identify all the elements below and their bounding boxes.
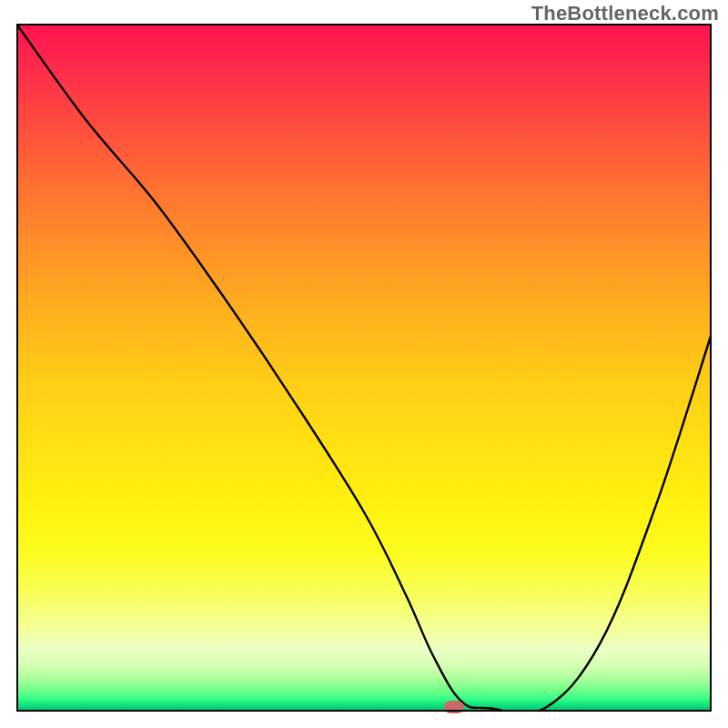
bottleneck-curve: [16, 24, 712, 712]
optimum-marker: [444, 701, 464, 713]
plot-area: [16, 24, 712, 712]
watermark-text: TheBottleneck.com: [531, 2, 719, 25]
chart-stage: TheBottleneck.com: [0, 0, 728, 728]
